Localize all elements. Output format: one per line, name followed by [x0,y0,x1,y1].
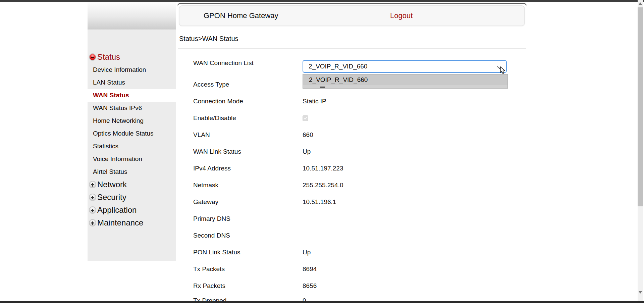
form-row-wan-link-status: WAN Link StatusUp [177,143,527,160]
sidebar-item-label: Statistics [93,143,118,150]
field-value: 255.255.254.0 [303,182,343,189]
sidebar-section-label: Status [97,52,120,62]
sidebar-item-optics-module-status[interactable]: Optics Module Status [88,127,176,140]
sidebar-item-label: LAN Status [93,79,125,86]
icon-bar [92,221,93,225]
form-row-vlan: VLAN660 [177,127,527,143]
field-label: Second DNS [193,232,303,239]
field-value: Up [303,249,311,256]
field-label: PON Link Status [193,249,303,256]
icon-bar [92,196,93,199]
form-row-second-dns: Second DNS [177,227,527,244]
form-row-tx-packets: Tx Packets8694 [177,261,527,277]
form-row-pon-link-status: PON Link StatusUp [177,244,527,261]
gpon-gateway-page: StatusDevice InformationLAN StatusWAN St… [0,0,644,303]
sidebar-section-application[interactable]: Application [88,204,176,216]
icon-bar [91,57,94,58]
expand-plus-ball-icon[interactable] [89,219,96,226]
field-label: WAN Connection List [193,59,303,67]
field-label: Gateway [193,198,303,206]
form-row-ipv4-address: IPv4 Address10.51.197.223 [177,160,527,177]
wan-status-form: WAN Connection List2_VOIP_R_VID_6602_VOI… [177,55,527,303]
sidebar-section-label: Network [97,180,127,189]
sidebar-item-label: WAN Status [93,92,129,99]
sidebar-section-status[interactable]: Status [88,51,176,63]
sidebar-section-label: Maintenance [97,218,143,228]
content-container: GPON Home Gateway Logout Status>WAN Stat… [177,3,527,303]
sidebar-item-label: Airtel Status [93,168,127,175]
header-bar: GPON Home Gateway Logout [179,5,525,26]
sidebar-item-label: Device Information [93,66,146,73]
sidebar-item-wan-status[interactable]: WAN Status [88,89,176,102]
sidebar-item-label: Optics Module Status [93,130,154,137]
sidebar-item-airtel-status[interactable]: Airtel Status [88,165,176,178]
form-row-connection-mode: Connection ModeStatic IP [177,93,527,110]
page-title: GPON Home Gateway [204,11,278,20]
scrollbar-thumb[interactable] [638,7,643,206]
sidebar-item-wan-status-ipv6[interactable]: WAN Status IPv6 [88,102,176,114]
field-value: 10.51.197.223 [303,165,343,172]
vertical-scrollbar[interactable] [638,0,643,303]
breadcrumb-divider [178,48,526,49]
sidebar-section-network[interactable]: Network [88,178,176,191]
icon-bar [92,183,93,187]
expand-plus-ball-icon[interactable] [89,181,96,188]
form-row-enable-disable: Enable/Disable [177,110,527,127]
sidebar: StatusDevice InformationLAN StatusWAN St… [88,2,176,261]
sidebar-section-label: Security [97,193,126,202]
clipped-option-fragment [320,87,325,88]
sidebar-item-label: Home Networking [93,117,144,124]
field-value: Up [303,148,311,155]
field-value: 660 [303,131,313,139]
sidebar-item-voice-information[interactable]: Voice Information [88,153,176,165]
icon-bar [92,209,93,212]
sidebar-item-label: Voice Information [93,155,142,163]
field-label: Netmask [193,182,303,189]
bottom-window-edge [0,301,644,303]
form-row-netmask: Netmask255.255.254.0 [177,177,527,194]
enable-disable-checkbox[interactable] [303,115,308,121]
scroll-down-arrow-icon[interactable] [639,291,642,294]
field-label: Connection Mode [193,98,303,105]
collapse-minus-ball-icon[interactable] [89,53,96,61]
checkmark-icon [304,116,307,119]
sidebar-item-device-information[interactable]: Device Information [88,63,176,76]
field-value: 8656 [303,282,317,290]
logout-link[interactable]: Logout [390,11,413,20]
field-label: Access Type [193,81,303,88]
form-row-rx-packets: Rx Packets8656 [177,277,527,294]
field-value: 10.51.196.1 [303,198,336,206]
top-window-edge [0,0,644,2]
sidebar-section-maintenance[interactable]: Maintenance [88,216,176,229]
sidebar-item-label: WAN Status IPv6 [93,104,142,112]
field-label: WAN Link Status [193,148,303,155]
sidebar-menu: StatusDevice InformationLAN StatusWAN St… [88,2,176,229]
breadcrumb: Status>WAN Status [179,35,527,43]
field-label: Enable/Disable [193,114,303,122]
expand-plus-ball-icon[interactable] [89,194,96,201]
wan-connection-select-value: 2_VOIP_R_VID_660 [309,63,367,70]
field-label: Primary DNS [193,215,303,222]
scroll-up-arrow-icon[interactable] [639,2,642,5]
field-value: 8694 [303,265,317,273]
sidebar-item-statistics[interactable]: Statistics [88,140,176,153]
mouse-cursor-icon [500,66,507,74]
field-label: Tx Packets [193,265,303,273]
wan-connection-dropdown-list: 2_VOIP_R_VID_660 [303,74,508,89]
field-label: Rx Packets [193,282,303,290]
field-label: IPv4 Address [193,165,303,172]
form-row-gateway: Gateway10.51.196.1 [177,194,527,210]
field-label: VLAN [193,131,303,139]
field-value: Static IP [303,98,326,105]
sidebar-item-home-networking[interactable]: Home Networking [88,114,176,127]
form-row-primary-dns: Primary DNS [177,210,527,227]
wan-connection-select[interactable]: 2_VOIP_R_VID_660 [303,60,507,73]
sidebar-item-lan-status[interactable]: LAN Status [88,76,176,89]
sidebar-section-label: Application [97,205,137,215]
form-row-wan-connection-list: WAN Connection List2_VOIP_R_VID_6602_VOI… [177,55,527,71]
dropdown-option[interactable]: 2_VOIP_R_VID_660 [303,74,507,85]
sidebar-section-security[interactable]: Security [88,191,176,204]
expand-plus-ball-icon[interactable] [89,206,96,214]
